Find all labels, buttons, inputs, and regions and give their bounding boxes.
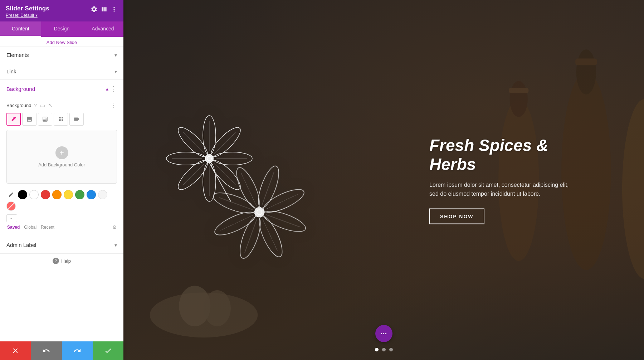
slider-dot-1[interactable]: [375, 348, 379, 351]
panel-header: Slider Settings Preset: Default ▾: [0, 0, 123, 21]
admin-label-text: Admin Label: [6, 242, 36, 248]
swatch-light[interactable]: [98, 190, 107, 199]
slider-content: Fresh Spices & Herbs Lorem ipsum dolor s…: [429, 136, 580, 224]
swatch-tabs: Saved Global Recent ⚙: [6, 224, 117, 233]
bg-type-color-button[interactable]: [6, 113, 21, 126]
panel-body: Add New Slide Elements ▾ Link ▾ Backgrou…: [0, 37, 123, 341]
svg-point-9: [204, 290, 231, 326]
background-device-icon[interactable]: ▭: [40, 102, 45, 109]
shop-now-button[interactable]: SHOP NOW: [429, 208, 484, 224]
columns-icon[interactable]: [101, 6, 108, 13]
tab-design[interactable]: Design: [41, 21, 82, 37]
slider-preview: Fresh Spices & Herbs Lorem ipsum dolor s…: [123, 0, 644, 360]
help-circle-icon: ?: [53, 258, 59, 264]
background-chevron-up-icon: ▴: [106, 86, 108, 92]
svg-point-1: [510, 81, 528, 117]
fab-button[interactable]: ···: [375, 325, 392, 342]
svg-line-19: [214, 132, 236, 154]
swatch-black[interactable]: [18, 190, 27, 199]
slider-dots: [375, 348, 393, 351]
tab-advanced[interactable]: Advanced: [82, 21, 123, 37]
panel-header-left: Slider Settings Preset: Default ▾: [6, 5, 49, 18]
background-options-icon[interactable]: ⋮: [111, 101, 117, 109]
svg-point-4: [576, 49, 596, 94]
svg-line-44: [241, 173, 256, 206]
panel-tabs: Content Design Advanced: [0, 21, 123, 37]
help-button[interactable]: ? Help: [53, 258, 71, 264]
bg-type-video-button[interactable]: [69, 113, 84, 126]
svg-line-40: [262, 219, 277, 251]
svg-line-41: [245, 219, 257, 253]
redo-icon: [73, 347, 81, 355]
cancel-icon: [11, 347, 19, 355]
add-color-label: Add Background Color: [38, 162, 85, 167]
elements-toggle: ▾: [114, 52, 117, 58]
background-sublabel-row: Background ? ▭ ↖ ⋮: [6, 101, 117, 109]
add-color-plus[interactable]: +: [55, 146, 68, 159]
background-sublabel: Background: [6, 103, 31, 108]
background-section-header[interactable]: Background ▴ ⋮: [0, 80, 123, 98]
dots-button[interactable]: ···: [6, 214, 17, 222]
svg-point-6: [622, 99, 644, 279]
bg-type-pattern-button[interactable]: [54, 113, 68, 126]
swatch-green[interactable]: [75, 190, 84, 199]
panel-footer: ? Help: [0, 253, 123, 267]
bg-type-image-button[interactable]: [22, 113, 36, 126]
svg-point-26: [205, 154, 214, 163]
pencil-icon[interactable]: [6, 190, 16, 199]
cancel-button[interactable]: [0, 341, 31, 360]
bg-type-gradient-button[interactable]: [38, 113, 52, 126]
swatch-orange[interactable]: [52, 190, 62, 199]
svg-line-37: [262, 172, 274, 205]
link-chevron-icon: ▾: [114, 69, 117, 74]
swatch-tab-global[interactable]: Global: [24, 225, 36, 230]
swatch-white[interactable]: [29, 190, 39, 199]
background-label: Background: [6, 86, 35, 92]
slider-dot-2[interactable]: [382, 348, 386, 351]
background-cursor-icon[interactable]: ↖: [48, 102, 53, 109]
svg-line-23: [183, 164, 204, 185]
svg-line-39: [266, 215, 300, 227]
elements-chevron-icon: ▾: [114, 52, 117, 58]
svg-line-28: [209, 163, 231, 201]
svg-rect-5: [575, 58, 597, 65]
panel-header-icons: [91, 6, 118, 13]
link-toggle: ▾: [114, 69, 117, 74]
admin-label-toggle: ▾: [114, 242, 117, 248]
save-button[interactable]: [93, 341, 123, 360]
background-toggle: ▴ ⋮: [106, 85, 117, 93]
swatch-yellow[interactable]: [64, 190, 73, 199]
swatch-tab-recent[interactable]: Recent: [41, 225, 54, 230]
swatch-settings-icon[interactable]: ⚙: [112, 224, 117, 230]
swatch-eraser[interactable]: [6, 201, 16, 211]
undo-icon: [42, 347, 50, 355]
svg-line-38: [266, 194, 298, 209]
admin-label-section[interactable]: Admin Label ▾: [0, 237, 123, 253]
panel-title: Slider Settings: [6, 5, 49, 12]
background-help-icon[interactable]: ?: [34, 103, 36, 108]
action-bar: [0, 341, 123, 360]
color-picker-area[interactable]: + Add Background Color: [6, 130, 117, 184]
svg-rect-2: [509, 88, 528, 93]
background-more-icon[interactable]: ⋮: [111, 85, 117, 93]
panel-preset[interactable]: Preset: Default ▾: [6, 13, 49, 18]
svg-line-43: [219, 198, 253, 210]
slider-subtext: Lorem ipsum dolor sit amet, consectetur …: [429, 180, 580, 198]
swatch-tab-saved[interactable]: Saved: [7, 225, 20, 230]
link-section[interactable]: Link ▾: [0, 63, 123, 80]
swatch-blue[interactable]: [87, 190, 96, 199]
undo-button[interactable]: [31, 341, 62, 360]
swatch-red[interactable]: [41, 190, 50, 199]
dots-row: ···: [6, 214, 117, 224]
svg-line-42: [220, 215, 253, 230]
svg-line-25: [183, 132, 204, 154]
tab-content[interactable]: Content: [0, 21, 41, 37]
settings-icon[interactable]: [91, 6, 98, 13]
add-slide-button[interactable]: Add New Slide: [0, 37, 123, 47]
elements-section[interactable]: Elements ▾: [0, 47, 123, 63]
redo-button[interactable]: [62, 341, 93, 360]
slider-dot-3[interactable]: [389, 348, 393, 351]
color-swatches: [6, 188, 117, 214]
save-check-icon: [104, 347, 112, 355]
more-vert-icon[interactable]: [111, 6, 118, 13]
